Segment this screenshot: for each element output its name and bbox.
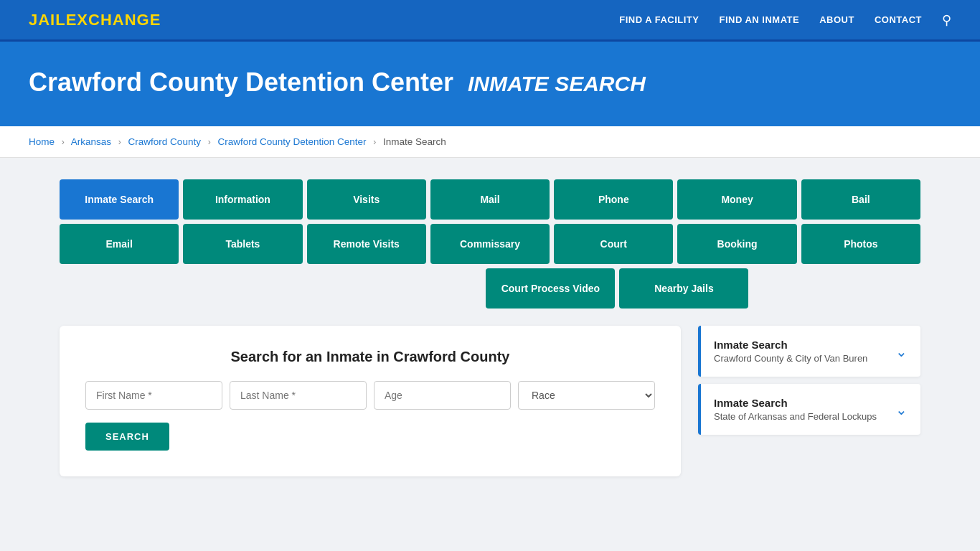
logo-exchange: EXCHANGE [66, 11, 161, 29]
left-column: Search for an Inmate in Crawford County … [60, 326, 681, 476]
breadcrumb: Home › Arkansas › Crawford County › Craw… [0, 126, 980, 158]
hero-section: Crawford County Detention Center INMATE … [0, 42, 980, 126]
nav-contact[interactable]: CONTACT [875, 14, 922, 25]
sidebar-card-2-subtitle: State of Arkansas and Federal Lockups [714, 411, 877, 422]
right-column: Inmate Search Crawford County & City of … [698, 326, 920, 442]
sidebar-card-2-title: Inmate Search [714, 397, 877, 409]
btn-phone[interactable]: Phone [554, 179, 673, 220]
breadcrumb-arkansas[interactable]: Arkansas [71, 136, 111, 147]
breadcrumb-sep-4: › [373, 137, 376, 147]
breadcrumb-home[interactable]: Home [29, 136, 55, 147]
breadcrumb-sep-1: › [62, 137, 65, 147]
btn-bail[interactable]: Bail [801, 179, 920, 220]
btn-remote-visits[interactable]: Remote Visits [307, 224, 426, 264]
page-title: Crawford County Detention Center INMATE … [29, 67, 951, 98]
sidebar-card-1: Inmate Search Crawford County & City of … [698, 326, 920, 377]
sidebar-card-1-subtitle: Crawford County & City of Van Buren [714, 353, 867, 364]
search-box: Search for an Inmate in Crawford County … [60, 326, 681, 476]
content-row: Search for an Inmate in Crawford County … [60, 326, 920, 476]
sidebar-card-1-header[interactable]: Inmate Search Crawford County & City of … [701, 326, 920, 377]
breadcrumb-sep-2: › [118, 137, 121, 147]
search-title: Search for an Inmate in Crawford County [85, 349, 655, 365]
main-wrapper: Inmate Search Information Visits Mail Ph… [31, 158, 949, 498]
btn-inmate-search[interactable]: Inmate Search [60, 179, 179, 220]
sidebar-card-1-title: Inmate Search [714, 339, 867, 351]
breadcrumb-current: Inmate Search [383, 136, 446, 147]
search-button[interactable]: SEARCH [85, 423, 169, 451]
breadcrumb-sep-3: › [208, 137, 211, 147]
nav-find-inmate[interactable]: FIND AN INMATE [719, 14, 799, 25]
race-select[interactable]: Race [518, 381, 655, 410]
btn-mail[interactable]: Mail [430, 179, 550, 220]
breadcrumb-detention-center[interactable]: Crawford County Detention Center [217, 136, 366, 147]
nav-buttons-row3: Court Process Video Nearby Jails [60, 268, 920, 309]
first-name-input[interactable] [85, 381, 222, 410]
btn-nearby-jails[interactable]: Nearby Jails [619, 268, 748, 309]
navbar-links: FIND A FACILITY FIND AN INMATE ABOUT CON… [619, 12, 951, 28]
last-name-input[interactable] [230, 381, 367, 410]
btn-photos[interactable]: Photos [801, 224, 920, 264]
btn-money[interactable]: Money [677, 179, 796, 220]
btn-tablets[interactable]: Tablets [183, 224, 302, 264]
site-logo[interactable]: JAILEXCHANGE [29, 11, 161, 29]
chevron-down-icon-2: ⌄ [895, 401, 908, 418]
sidebar-card-2-text: Inmate Search State of Arkansas and Fede… [714, 397, 877, 422]
logo-jail: JAIL [29, 11, 66, 29]
navbar: JAILEXCHANGE FIND A FACILITY FIND AN INM… [0, 0, 980, 42]
sidebar-card-2: Inmate Search State of Arkansas and Fede… [698, 384, 920, 435]
search-icon[interactable]: ⚲ [942, 12, 951, 28]
btn-email[interactable]: Email [60, 224, 179, 264]
chevron-down-icon-1: ⌄ [895, 343, 908, 360]
nav-buttons-row2: Email Tablets Remote Visits Commissary C… [60, 224, 920, 264]
btn-information[interactable]: Information [183, 179, 302, 220]
sidebar-card-1-text: Inmate Search Crawford County & City of … [714, 339, 867, 364]
search-fields: Race [85, 381, 655, 410]
btn-visits[interactable]: Visits [307, 179, 426, 220]
nav-find-facility[interactable]: FIND A FACILITY [619, 14, 699, 25]
btn-booking[interactable]: Booking [677, 224, 796, 264]
nav-about[interactable]: ABOUT [819, 14, 854, 25]
btn-court-process-video[interactable]: Court Process Video [486, 268, 615, 309]
breadcrumb-crawford-county[interactable]: Crawford County [128, 136, 201, 147]
age-input[interactable] [374, 381, 511, 410]
sidebar-card-2-header[interactable]: Inmate Search State of Arkansas and Fede… [701, 384, 920, 435]
nav-buttons-row1: Inmate Search Information Visits Mail Ph… [60, 179, 920, 220]
btn-commissary[interactable]: Commissary [430, 224, 550, 264]
btn-court[interactable]: Court [554, 224, 673, 264]
